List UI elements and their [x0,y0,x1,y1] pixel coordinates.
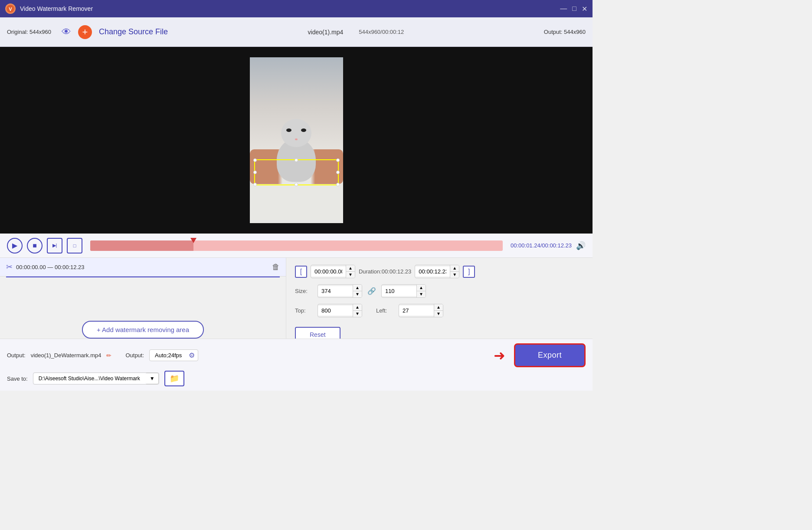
video-dims-time: 544x960/00:00:12 [359,29,404,35]
start-time-input-wrap: ▲ ▼ [311,265,355,278]
width-up[interactable]: ▲ [353,285,362,291]
reset-button[interactable]: Reset [295,327,341,339]
volume-icon[interactable]: 🔊 [576,241,586,250]
svg-text:V: V [9,7,12,12]
video-frame [250,57,343,223]
width-down[interactable]: ▼ [353,291,362,297]
app-title: Video Watermark Remover [20,5,560,12]
handle-bc[interactable] [295,183,298,186]
output-filename: video(1)_DeWatermark.mp4 [31,352,102,359]
minimize-button[interactable]: — [560,5,567,13]
export-button[interactable]: Export [514,343,586,367]
eye-icon[interactable]: 👁 [62,26,71,38]
start-time-input[interactable] [311,267,346,277]
save-path-dropdown[interactable]: ▼ [146,373,159,384]
footer: Output: video(1)_DeWatermark.mp4 ✏ Outpu… [0,339,593,391]
save-path-wrap: ▼ [33,372,159,385]
watermark-selection-box[interactable] [254,159,339,185]
size-row: Size: ▲ ▼ 🔗 ▲ ▼ [295,284,584,298]
top-spinners: ▲ ▼ [353,304,362,317]
original-dims: Original: 544x960 [7,29,51,35]
change-source-button[interactable]: Change Source File [99,27,168,36]
handle-tr[interactable] [336,158,340,162]
add-source-button[interactable]: + [78,25,92,39]
playback-controls: ▶ ■ ▶| □ 00:00:01.24/00:00:12.23 🔊 [0,234,593,258]
duration-label: Duration:00:00:12.23 [359,268,411,275]
timeline-track[interactable] [90,240,503,251]
clip-progress-bar [6,277,280,277]
end-time-input[interactable] [415,267,450,277]
clip-time-range: 00:00:00.00 — 00:00:12.23 [16,264,268,270]
top-label: Top: [295,307,312,314]
time-range-row: [ ▲ ▼ Duration:00:00:12.23 ▲ ▼ ] [295,265,584,278]
end-bracket-button[interactable]: ] [463,266,475,278]
top-down[interactable]: ▼ [353,311,362,317]
left-down[interactable]: ▼ [434,311,443,317]
save-to-label: Save to: [7,375,28,382]
bottom-area: ✂ 00:00:00.00 — 00:00:12.23 🗑 + Add wate… [0,258,593,339]
end-time-input-wrap: ▲ ▼ [415,265,459,278]
handle-mr[interactable] [336,171,340,174]
clip-icon: ✂ [6,262,13,272]
cat-head [281,119,311,147]
close-button[interactable]: ✕ [582,5,587,13]
window-controls[interactable]: — □ ✕ [560,5,587,13]
start-time-down[interactable]: ▼ [346,272,355,278]
link-icon: 🔗 [367,287,376,295]
save-path-input[interactable] [33,373,146,384]
add-watermark-button[interactable]: + Add watermark removing area [82,321,204,339]
cat-eye-right [301,128,306,132]
top-input[interactable] [318,306,353,316]
filename-label: video(1).mp4 [308,29,344,36]
left-input[interactable] [399,306,434,316]
right-panel: [ ▲ ▼ Duration:00:00:12.23 ▲ ▼ ] [286,258,593,339]
footer-row-2: Save to: ▼ 📁 [7,371,586,386]
width-input[interactable] [318,286,353,296]
play-button[interactable]: ▶ [7,238,23,253]
output-label-2: Output: [125,352,144,359]
left-input-wrap: ▲ ▼ [399,304,443,317]
output-label-1: Output: [7,352,26,359]
height-input[interactable] [382,286,416,296]
handle-ml[interactable] [253,171,257,174]
output-settings-select[interactable]: Auto;24fps [149,349,198,361]
start-time-spinners: ▲ ▼ [346,265,355,278]
handle-bl[interactable] [253,183,257,186]
handle-br[interactable] [336,183,340,186]
size-label: Size: [295,288,312,294]
left-up[interactable]: ▲ [434,304,443,311]
footer-row-1: Output: video(1)_DeWatermark.mp4 ✏ Outpu… [7,343,586,367]
handle-tc[interactable] [295,158,298,162]
position-row: Top: ▲ ▼ Left: ▲ ▼ [295,304,584,317]
export-section: ➜ Export [494,343,586,367]
handle-tl[interactable] [253,158,257,162]
timeline-fill [90,240,193,251]
width-spinners: ▲ ▼ [353,285,362,297]
fit-button[interactable]: □ [67,238,82,253]
edit-filename-icon[interactable]: ✏ [106,352,111,359]
stop-button[interactable]: ■ [27,238,43,253]
arrow-icon: ➜ [494,347,505,364]
open-folder-button[interactable]: 📁 [164,371,184,386]
left-label: Left: [376,307,393,314]
height-input-wrap: ▲ ▼ [381,284,426,298]
end-time-down[interactable]: ▼ [450,272,459,278]
top-up[interactable]: ▲ [353,304,362,311]
clip-delete-button[interactable]: 🗑 [272,263,280,272]
height-up[interactable]: ▲ [417,285,426,291]
start-bracket-button[interactable]: [ [295,266,307,278]
end-time-up[interactable]: ▲ [450,265,459,272]
timeline-cursor[interactable] [190,238,196,243]
add-watermark-section: + Add watermark removing area [0,303,286,339]
width-input-wrap: ▲ ▼ [318,284,362,298]
left-panel: ✂ 00:00:00.00 — 00:00:12.23 🗑 + Add wate… [0,258,286,339]
toolbar: Original: 544x960 👁 + Change Source File… [0,17,593,47]
output-dims: Output: 544x960 [544,29,586,35]
maximize-button[interactable]: □ [572,5,576,13]
height-down[interactable]: ▼ [417,291,426,297]
step-forward-button[interactable]: ▶| [47,238,62,253]
current-time-display: 00:00:01.24/00:00:12.23 [511,242,572,249]
top-input-wrap: ▲ ▼ [318,304,362,317]
start-time-up[interactable]: ▲ [346,265,355,272]
app-logo: V [5,3,16,14]
